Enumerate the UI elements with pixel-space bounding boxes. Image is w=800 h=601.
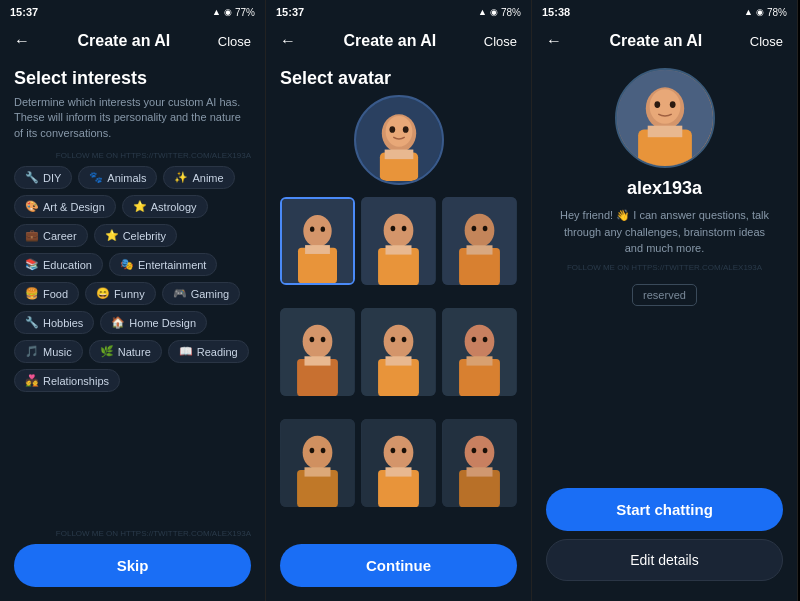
tag-nature-label: Nature <box>118 346 151 358</box>
svg-point-23 <box>472 226 477 232</box>
avatar-option-2[interactable] <box>361 197 436 285</box>
tag-funny[interactable]: 😄Funny <box>85 282 156 305</box>
svg-point-44 <box>303 436 333 469</box>
main-avatar-image[interactable] <box>354 95 444 185</box>
tag-anime[interactable]: ✨Anime <box>163 166 234 189</box>
tag-relationships-label: Relationships <box>43 375 109 387</box>
battery-1: 77% <box>235 7 255 18</box>
tag-music-label: Music <box>43 346 72 358</box>
avatar-option-4[interactable] <box>280 308 355 396</box>
svg-point-18 <box>402 226 407 232</box>
back-button-2[interactable]: ← <box>280 32 296 50</box>
tag-hobbies[interactable]: 🔧Hobbies <box>14 311 94 334</box>
svg-point-30 <box>321 337 326 343</box>
tag-diy[interactable]: 🔧DIY <box>14 166 72 189</box>
svg-point-56 <box>465 436 495 469</box>
svg-rect-4 <box>384 150 413 160</box>
svg-point-32 <box>384 325 414 358</box>
profile-avatar-svg <box>617 68 713 168</box>
svg-point-6 <box>402 126 408 133</box>
avatar-option-7[interactable] <box>280 419 355 507</box>
edit-details-button[interactable]: Edit details <box>546 539 783 581</box>
svg-point-24 <box>483 226 488 232</box>
tag-gaming-label: Gaming <box>191 288 230 300</box>
status-icons-3: ▲ ◉ 78% <box>744 7 787 18</box>
avatar-option-9[interactable] <box>442 419 517 507</box>
svg-point-35 <box>391 337 396 343</box>
panel3-bottom: Start chatting Edit details <box>546 488 783 591</box>
svg-rect-22 <box>466 245 492 254</box>
svg-rect-58 <box>466 467 492 476</box>
tag-hobbies-label: Hobbies <box>43 317 83 329</box>
astrology-emoji: ⭐ <box>133 200 147 213</box>
avatar-option-8[interactable] <box>361 419 436 507</box>
tag-music[interactable]: 🎵Music <box>14 340 83 363</box>
tag-education[interactable]: 📚Education <box>14 253 103 276</box>
svg-rect-16 <box>385 245 411 254</box>
close-button-3[interactable]: Close <box>750 34 783 49</box>
top-nav-2: ← Create an AI Close <box>266 24 531 58</box>
tag-animals[interactable]: 🐾Animals <box>78 166 157 189</box>
profile-description: Hey friend! 👋 I can answer questions, ta… <box>546 207 783 257</box>
tag-art[interactable]: 🎨Art & Design <box>14 195 116 218</box>
funny-emoji: 😄 <box>96 287 110 300</box>
tag-animals-label: Animals <box>107 172 146 184</box>
svg-point-60 <box>483 448 488 454</box>
tag-career[interactable]: 💼Career <box>14 224 88 247</box>
start-chatting-button[interactable]: Start chatting <box>546 488 783 531</box>
close-button-2[interactable]: Close <box>484 34 517 49</box>
tag-entertainment-label: Entertainment <box>138 259 206 271</box>
tag-art-label: Art & Design <box>43 201 105 213</box>
avatar-4-svg <box>280 308 355 396</box>
continue-button[interactable]: Continue <box>280 544 517 587</box>
wifi-icon-1: ◉ <box>224 7 232 17</box>
skip-button[interactable]: Skip <box>14 544 251 587</box>
back-button-3[interactable]: ← <box>546 32 562 50</box>
avatar-6-svg <box>442 308 517 396</box>
svg-point-66 <box>654 101 660 108</box>
svg-rect-65 <box>647 126 682 138</box>
tag-nature[interactable]: 🌿Nature <box>89 340 162 363</box>
watermark-1: FOLLOW ME ON HTTPS://TWITTER.COM/ALEX193… <box>14 151 251 160</box>
avatar-3-svg <box>442 197 517 285</box>
avatar-2-svg <box>361 197 436 285</box>
tag-homedesign[interactable]: 🏠Home Design <box>100 311 207 334</box>
avatar-5-svg <box>361 308 436 396</box>
svg-point-8 <box>303 215 331 247</box>
diy-emoji: 🔧 <box>25 171 39 184</box>
tag-relationships[interactable]: 💑Relationships <box>14 369 120 392</box>
close-button-1[interactable]: Close <box>218 34 251 49</box>
tag-homedesign-label: Home Design <box>129 317 196 329</box>
nav-title-3: Create an AI <box>609 32 702 50</box>
tag-career-label: Career <box>43 230 77 242</box>
avatar-grid <box>280 197 517 524</box>
panel1-bottom: FOLLOW ME ON HTTPS://TWITTER.COM/ALEX193… <box>0 519 265 601</box>
svg-point-47 <box>310 448 315 454</box>
relationships-emoji: 💑 <box>25 374 39 387</box>
svg-rect-10 <box>305 245 330 254</box>
music-emoji: 🎵 <box>25 345 39 358</box>
profile-content: alex193a Hey friend! 👋 I can answer ques… <box>532 58 797 601</box>
tag-anime-label: Anime <box>192 172 223 184</box>
avatar-option-1[interactable] <box>280 197 355 285</box>
avatar-option-6[interactable] <box>442 308 517 396</box>
tag-reading[interactable]: 📖Reading <box>168 340 249 363</box>
battery-3: 78% <box>767 7 787 18</box>
status-icons-1: ▲ ◉ 77% <box>212 7 255 18</box>
status-bar-3: 15:38 ▲ ◉ 78% <box>532 0 797 24</box>
tag-entertainment[interactable]: 🎭Entertainment <box>109 253 217 276</box>
tag-celebrity[interactable]: ⭐Celebrity <box>94 224 177 247</box>
tag-gaming[interactable]: 🎮Gaming <box>162 282 241 305</box>
svg-point-63 <box>649 89 680 124</box>
status-time-2: 15:37 <box>276 6 304 18</box>
avatar-option-5[interactable] <box>361 308 436 396</box>
tag-astrology[interactable]: ⭐Astrology <box>122 195 208 218</box>
avatar-1-svg <box>282 199 353 283</box>
svg-point-48 <box>321 448 326 454</box>
main-avatar-svg <box>356 95 442 185</box>
profile-avatar-image <box>615 68 715 168</box>
tag-food[interactable]: 🍔Food <box>14 282 79 305</box>
status-time-3: 15:38 <box>542 6 570 18</box>
avatar-option-3[interactable] <box>442 197 517 285</box>
back-button-1[interactable]: ← <box>14 32 30 50</box>
